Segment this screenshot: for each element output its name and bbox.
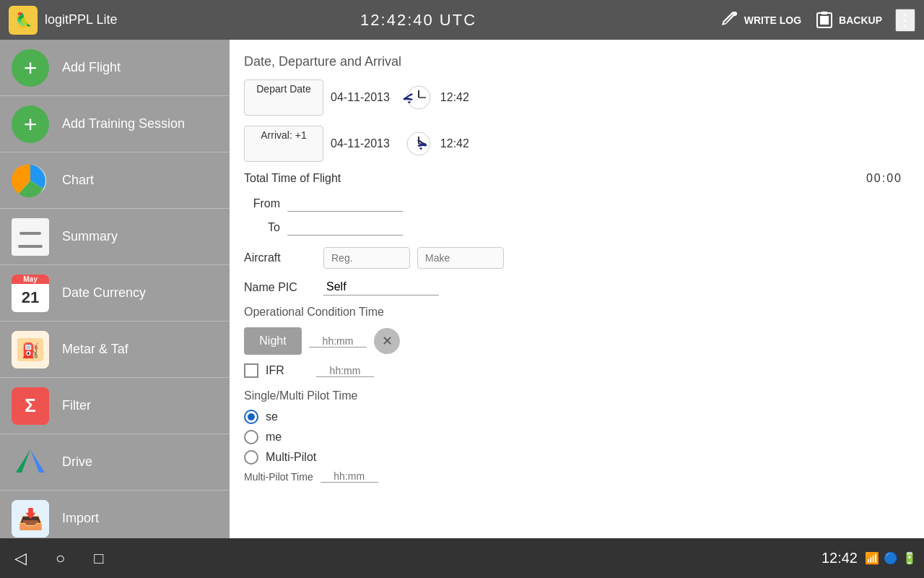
svg-text:⛽: ⛽ — [22, 342, 40, 359]
arrival-label: Arrival: +1 — [261, 129, 306, 141]
multipilot-time-row: Multi-Pilot Time — [244, 470, 902, 483]
night-button[interactable]: Night — [244, 327, 302, 355]
import-label: Import — [62, 511, 99, 526]
clear-icon: ✕ — [382, 333, 393, 349]
summary-icon — [12, 218, 49, 256]
depart-row: Depart Date 04-11-2013 12:42 — [244, 79, 902, 116]
svg-point-0 — [733, 12, 737, 16]
date-currency-label: Date Currency — [62, 285, 146, 301]
sidebar-item-import[interactable]: 📥 Import — [0, 491, 230, 538]
depart-time-value: 12:42 — [440, 91, 469, 104]
depart-clock-plane-icon[interactable] — [397, 83, 433, 112]
radio-se[interactable] — [244, 410, 258, 424]
total-flight-row: Total Time of Flight 00:00 — [244, 172, 902, 185]
from-input[interactable] — [287, 195, 403, 212]
main-content: + Add Flight + Add Training Session Char… — [0, 40, 924, 538]
form-panel: Date, Departure and Arrival Depart Date … — [230, 40, 924, 538]
metar-taf-icon: ⛽ — [12, 331, 49, 368]
name-pic-input[interactable] — [323, 279, 439, 296]
app-logo: 🦜 — [9, 6, 38, 35]
add-training-icon: + — [12, 105, 49, 143]
radio-me-row: me — [244, 430, 902, 444]
arrival-time-value: 12:42 — [440, 137, 469, 150]
sidebar-item-metar-taf[interactable]: ⛽ Metar & Taf — [0, 322, 230, 378]
bluetooth-icon: 🔵 — [884, 551, 898, 565]
home-button[interactable]: ○ — [41, 543, 79, 574]
to-row: To — [244, 219, 902, 236]
utc-clock: 12:42:40 UTC — [360, 11, 476, 30]
ifr-label: IFR — [266, 364, 309, 377]
depart-date-block[interactable]: Depart Date — [244, 79, 323, 116]
ifr-hhmm-input[interactable] — [316, 365, 374, 377]
status-icons: 📶 🔵 🔋 — [865, 551, 917, 565]
metar-taf-label: Metar & Taf — [62, 342, 128, 357]
sidebar: + Add Flight + Add Training Session Char… — [0, 40, 230, 538]
sidebar-item-drive[interactable]: Drive — [0, 434, 230, 491]
sidebar-item-summary[interactable]: Summary — [0, 209, 230, 265]
ops-condition-title: Operational Condition Time — [244, 306, 902, 319]
toolbar-actions: WRITE LOG BACKUP ⋮ — [720, 9, 915, 32]
svg-rect-3 — [821, 12, 827, 14]
section-departure-arrival-title: Date, Departure and Arrival — [244, 54, 902, 69]
backup-icon — [814, 10, 834, 30]
aircraft-make-input[interactable] — [417, 247, 504, 269]
night-clear-button[interactable]: ✕ — [374, 328, 400, 354]
drive-label: Drive — [62, 454, 92, 470]
total-flight-label: Total Time of Flight — [244, 172, 859, 185]
sidebar-item-filter[interactable]: Σ Filter — [0, 378, 230, 434]
backup-label: BACKUP — [839, 14, 882, 26]
sidebar-item-date-currency[interactable]: May 21 Date Currency — [0, 265, 230, 322]
to-input[interactable] — [287, 219, 403, 236]
add-flight-icon: + — [12, 49, 49, 87]
summary-label: Summary — [62, 229, 118, 244]
import-icon: 📥 — [12, 500, 49, 538]
to-label: To — [244, 221, 287, 234]
night-row: Night ✕ — [244, 327, 902, 355]
radio-multipilot[interactable] — [244, 450, 258, 465]
ifr-checkbox[interactable] — [244, 363, 258, 378]
arrival-clock-plane-icon[interactable] — [397, 129, 433, 158]
date-currency-icon: May 21 — [12, 275, 49, 312]
sidebar-item-chart[interactable]: Chart — [0, 152, 230, 209]
radio-se-label: se — [266, 410, 278, 423]
multipilot-time-label: Multi-Pilot Time — [244, 471, 313, 483]
depart-date-value: 04-11-2013 — [331, 91, 390, 104]
arrival-row: Arrival: +1 04-11-2013 12:42 — [244, 126, 902, 162]
radio-me[interactable] — [244, 430, 258, 444]
sidebar-item-add-training[interactable]: + Add Training Session — [0, 96, 230, 152]
chart-label: Chart — [62, 173, 94, 188]
from-label: From — [244, 197, 287, 210]
aircraft-row: Aircraft — [244, 247, 902, 269]
name-pic-label: Name PIC — [244, 281, 316, 294]
svg-text:📥: 📥 — [18, 507, 43, 531]
sidebar-item-add-flight[interactable]: + Add Flight — [0, 40, 230, 96]
add-training-label: Add Training Session — [62, 116, 185, 131]
more-options-button[interactable]: ⋮ — [895, 9, 915, 32]
calendar-month: May — [12, 275, 49, 284]
radio-se-row: se — [244, 410, 902, 424]
drive-icon — [12, 444, 49, 481]
depart-label: Depart Date — [256, 83, 310, 95]
wifi-icon: 📶 — [865, 551, 879, 565]
multipilot-hhmm-input[interactable] — [321, 470, 378, 483]
arrival-date-block[interactable]: Arrival: +1 — [244, 126, 323, 162]
write-log-label: WRITE LOG — [744, 14, 801, 26]
ifr-row: IFR — [244, 363, 902, 378]
app-header-left: 🦜 logitPPL Lite — [9, 6, 117, 35]
recent-button[interactable]: □ — [79, 543, 118, 574]
radio-multipilot-label: Multi-Pilot — [266, 451, 316, 464]
bottom-time: 12:42 — [821, 550, 858, 566]
backup-button[interactable]: BACKUP — [814, 10, 882, 30]
radio-multipilot-row: Multi-Pilot — [244, 450, 902, 465]
filter-label: Filter — [62, 398, 91, 413]
night-hhmm-input[interactable] — [309, 335, 367, 348]
svg-marker-10 — [30, 449, 45, 473]
app-title: logitPPL Lite — [45, 12, 117, 27]
write-log-button[interactable]: WRITE LOG — [720, 10, 801, 30]
aircraft-reg-input[interactable] — [323, 247, 410, 269]
name-pic-row: Name PIC — [244, 279, 902, 296]
pencil-icon — [720, 10, 740, 30]
arrival-date-value: 04-11-2013 — [331, 137, 390, 150]
back-button[interactable]: ◁ — [0, 543, 41, 574]
radio-me-label: me — [266, 431, 282, 444]
